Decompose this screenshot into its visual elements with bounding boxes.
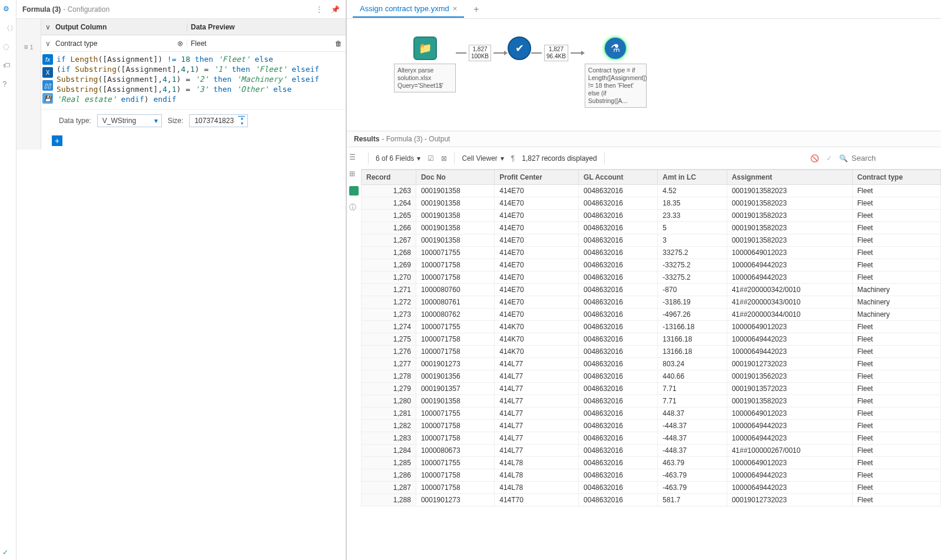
cell-viewer-dropdown[interactable]: Cell Viewer ▾ <box>462 154 503 163</box>
column-header[interactable]: Contract type <box>852 170 940 185</box>
gear-icon[interactable]: ⚙ <box>3 5 14 15</box>
formula-tool[interactable]: ⚗ Contract type = if Length([Assignment]… <box>585 37 647 108</box>
table-row[interactable]: 1,2751000071758414K70004863201613166.181… <box>362 333 941 346</box>
table-row[interactable]: 1,2640001901358414E70004863201618.350001… <box>362 197 941 210</box>
table-cell: 10000649442023 <box>727 333 852 346</box>
table-row[interactable]: 1,2811000071755414L770048632016448.37100… <box>362 407 941 420</box>
save-icon[interactable]: 💾 <box>42 93 53 104</box>
column-header[interactable]: Amt in LC <box>658 170 727 185</box>
table-row[interactable]: 1,2780001901356414L770048632016440.66000… <box>362 370 941 383</box>
table-row[interactable]: 1,2721000080761414E700048632016-3186.194… <box>362 296 941 309</box>
data-type-dropdown[interactable]: V_WString <box>97 114 162 127</box>
help-icon[interactable]: ? <box>3 80 14 91</box>
table-row[interactable]: 1,2821000071758414L770048632016-448.3710… <box>362 420 941 432</box>
table-row[interactable]: 1,2880001901273414T700048632016581.70001… <box>362 494 941 506</box>
tag-icon[interactable]: 🏷 <box>3 61 14 72</box>
data-type-label: Data type: <box>59 117 91 125</box>
table-row[interactable]: 1,2790001901357414L7700486320167.7100019… <box>362 383 941 395</box>
workflow-tab[interactable]: Assign contract type.yxmd × <box>353 1 464 18</box>
table-cell: 0048632016 <box>579 407 658 420</box>
expression-text[interactable]: if Length([Assignment]) != 18 then 'Flee… <box>54 52 346 109</box>
table-row[interactable]: 1,2861000071758414L780048632016-463.7910… <box>362 469 941 482</box>
variable-icon[interactable]: X <box>42 67 53 78</box>
table-cell: 10000649012023 <box>727 321 852 333</box>
column-header[interactable]: GL Account <box>579 170 658 185</box>
table-row[interactable]: 1,2630001901358414E7000486320164.5200019… <box>362 185 941 197</box>
workflow-canvas[interactable]: 📁 Alteryx parse solution.xlsx Query='She… <box>347 19 941 131</box>
table-cell: 10000649442023 <box>727 259 852 271</box>
add-formula-button[interactable]: + <box>52 135 62 146</box>
table-cell: 414L77 <box>495 358 579 370</box>
table-row[interactable]: 1,2841000080673414L770048632016-448.3741… <box>362 445 941 457</box>
table-row[interactable]: 1,2761000071758414K70004863201613166.181… <box>362 346 941 358</box>
column-header[interactable]: Profit Center <box>495 170 579 185</box>
list-view-icon[interactable]: ☰ <box>349 153 359 163</box>
panel-title: Formula (3) <box>22 5 61 14</box>
table-cell: Fleet <box>852 222 940 234</box>
input-tool[interactable]: 📁 Alteryx parse solution.xlsx Query='She… <box>394 37 456 92</box>
more-icon[interactable]: ⋮ <box>316 5 323 14</box>
apply-icon[interactable]: ✓ <box>826 154 832 163</box>
workflow-tabs: Assign contract type.yxmd × + <box>347 0 941 19</box>
table-row[interactable]: 1,2660001901358414E700048632016500019013… <box>362 222 941 234</box>
chevron-down-icon[interactable]: ∨ <box>41 23 54 31</box>
fx-icon[interactable]: fx <box>42 54 53 65</box>
column-header[interactable]: Assignment <box>727 170 852 185</box>
pin-icon[interactable]: 📌 <box>331 5 340 14</box>
table-row[interactable]: 1,2691000071758414E700048632016-33275.21… <box>362 259 941 271</box>
table-cell: 7.71 <box>658 395 727 407</box>
table-row[interactable]: 1,2731000080762414E700048632016-4967.264… <box>362 309 941 321</box>
grid-view-icon[interactable]: ⊞ <box>349 170 359 179</box>
search-input[interactable] <box>851 154 934 163</box>
clear-icon[interactable]: ⊗ <box>174 39 187 48</box>
table-cell: 0048632016 <box>579 346 658 358</box>
data-view-icon[interactable] <box>349 186 359 195</box>
new-tab-button[interactable]: + <box>473 4 479 15</box>
table-row[interactable]: 1,2770001901273414L770048632016803.24000… <box>362 358 941 370</box>
table-row[interactable]: 1,2701000071758414E700048632016-33275.21… <box>362 271 941 284</box>
columns-icon[interactable]: ▯▯ <box>42 80 53 91</box>
table-cell: 414K70 <box>495 333 579 346</box>
size-input[interactable]: 1073741823▴▾ <box>189 114 248 127</box>
info-icon[interactable]: ⓘ <box>349 203 359 212</box>
code-icon[interactable]: 〈〉 <box>3 24 14 34</box>
no-entry-icon[interactable]: 🚫 <box>810 154 819 163</box>
table-cell: Fleet <box>852 420 940 432</box>
select-tool[interactable]: ✔ <box>508 37 531 60</box>
table-row[interactable]: 1,2670001901358414E700048632016300019013… <box>362 234 941 247</box>
table-row[interactable]: 1,2650001901358414E70004863201623.330001… <box>362 210 941 222</box>
results-grid-wrapper[interactable]: RecordDoc NoProfit CenterGL AccountAmt i… <box>361 170 941 560</box>
expression-editor[interactable]: fx X ▯▯ 💾 if Length([Assignment]) != 18 … <box>41 52 346 109</box>
formula-gutter: ≡ 1 <box>16 19 41 150</box>
trash-icon[interactable]: 🗑 <box>332 39 346 48</box>
table-row[interactable]: 1,2871000071758414L780048632016-463.7910… <box>362 482 941 494</box>
table-cell: 414L78 <box>495 457 579 469</box>
table-cell: 0048632016 <box>579 333 658 346</box>
search-icon: 🔍 <box>839 154 848 163</box>
table-cell: 00019013582023 <box>727 197 852 210</box>
chevron-down-icon[interactable]: ∨ <box>41 39 54 48</box>
table-row[interactable]: 1,2800001901358414L7700486320167.7100019… <box>362 395 941 407</box>
table-row[interactable]: 1,2681000071755414E70004863201633275.210… <box>362 247 941 259</box>
table-cell: 1,287 <box>362 482 416 494</box>
results-title: Results <box>354 135 379 143</box>
clear-check-icon[interactable]: ⊠ <box>441 154 447 163</box>
column-header[interactable]: Doc No <box>416 170 494 185</box>
output-column-name[interactable]: Contract type <box>54 39 174 48</box>
table-cell: -3186.19 <box>658 296 727 309</box>
results-grid: RecordDoc NoProfit CenterGL AccountAmt i… <box>361 170 941 506</box>
fields-dropdown[interactable]: 6 of 6 Fields ▾ <box>376 154 420 163</box>
circle-icon[interactable]: ◌ <box>3 42 14 53</box>
check-icon[interactable]: ☑ <box>428 154 434 163</box>
pilcrow-icon[interactable]: ¶ <box>511 154 515 163</box>
table-cell: 414L77 <box>495 407 579 420</box>
table-row[interactable]: 1,2741000071755414K700048632016-13166.18… <box>362 321 941 333</box>
close-icon[interactable]: × <box>453 4 458 13</box>
column-header[interactable]: Record <box>362 170 416 185</box>
table-row[interactable]: 1,2851000071755414L780048632016463.79100… <box>362 457 941 469</box>
table-cell: 414E70 <box>495 234 579 247</box>
table-row[interactable]: 1,2711000080760414E700048632016-87041##2… <box>362 284 941 296</box>
table-cell: 414K70 <box>495 346 579 358</box>
table-cell: 0001901356 <box>416 370 494 383</box>
table-row[interactable]: 1,2831000071758414L770048632016-448.3710… <box>362 432 941 445</box>
